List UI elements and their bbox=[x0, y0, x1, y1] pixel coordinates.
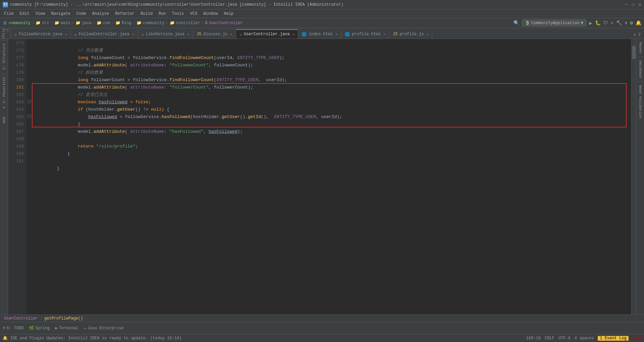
coverage-button[interactable]: 🛡 bbox=[603, 20, 608, 26]
menu-run[interactable]: Run bbox=[156, 11, 169, 17]
breadcrumb-com[interactable]: com bbox=[103, 21, 110, 25]
minimize-button[interactable]: — bbox=[625, 2, 628, 7]
menu-build[interactable]: Build bbox=[138, 11, 155, 17]
menu-analyze[interactable]: Analyze bbox=[90, 11, 112, 17]
code-line-175[interactable]: // 关注数量 bbox=[36, 40, 631, 47]
app-icon: IJ bbox=[3, 2, 8, 7]
menu-tools[interactable]: Tools bbox=[169, 11, 187, 17]
code-line-182[interactable]: boolean hasFollowed = false; bbox=[36, 91, 631, 99]
code-line-189[interactable]: } bbox=[36, 143, 631, 150]
code-line-184[interactable]: hasFollowed = followService.hasFollowed(… bbox=[36, 106, 631, 113]
project-panel-tab[interactable]: 1: Project bbox=[0, 28, 11, 39]
encoding[interactable]: UTF-8 bbox=[558, 336, 571, 341]
event-log-badge[interactable]: 1 Event Log bbox=[598, 336, 628, 341]
java-enterprise-icon: ☕ bbox=[84, 326, 86, 331]
tab-profile-html[interactable]: 🌐 profile.html ✕ bbox=[341, 29, 389, 39]
breadcrumb-src[interactable]: src bbox=[42, 21, 49, 25]
menu-view[interactable]: View bbox=[33, 11, 48, 17]
code-line-186[interactable]: model.addAttribute( attributeName: "hasF… bbox=[36, 121, 631, 128]
breadcrumb-main[interactable]: main bbox=[61, 21, 70, 25]
window-controls[interactable]: — ☐ ✕ bbox=[625, 2, 641, 7]
search-everywhere-icon[interactable]: 🔍 bbox=[514, 20, 519, 26]
breadcrumb-java[interactable]: java bbox=[82, 21, 92, 25]
maven-panel-tab[interactable]: Maven bbox=[638, 39, 643, 57]
todo-label: 6: TODO bbox=[7, 326, 23, 331]
vcs-icon[interactable]: ⬆ bbox=[625, 20, 627, 26]
favorites-panel-tab[interactable]: ★ 2: Favorites bbox=[1, 74, 7, 113]
run-config-dropdown[interactable]: 🍃 CommunityApplication ▼ bbox=[522, 19, 586, 26]
code-line-179[interactable]: long followerCount = followService.findF… bbox=[36, 69, 631, 76]
code-line-178[interactable]: // 粉丝数量 bbox=[36, 62, 631, 69]
tab-close-icon[interactable]: ✕ bbox=[292, 32, 295, 37]
tab-close-icon[interactable]: ✕ bbox=[427, 32, 429, 37]
settings-icon[interactable]: ⚙ bbox=[630, 20, 633, 26]
breadcrumb-ring[interactable]: Ring bbox=[122, 21, 131, 25]
indent[interactable]: 4 spaces bbox=[575, 336, 594, 341]
menu-navigate[interactable]: Navigate bbox=[48, 11, 73, 17]
line-num-178: 178 bbox=[8, 62, 24, 69]
code-line-176[interactable]: long followeeCount = followService.findF… bbox=[36, 47, 631, 54]
bean-validation-panel-tab[interactable]: Bean Validation bbox=[638, 82, 643, 122]
code-line-188[interactable]: return "/site/profile"; bbox=[36, 135, 631, 143]
profile-button[interactable]: ⚡ bbox=[611, 20, 613, 26]
menu-code[interactable]: Code bbox=[74, 11, 89, 17]
menu-edit[interactable]: Edit bbox=[17, 11, 32, 17]
build-button[interactable]: 🔨 bbox=[616, 20, 622, 26]
breadcrumb-project[interactable]: community bbox=[9, 21, 31, 25]
run-button[interactable]: ▶ bbox=[589, 20, 592, 26]
menu-refactor[interactable]: Refactor bbox=[112, 11, 137, 17]
code-line-183[interactable]: if (hostHolder.getUser() != null) { bbox=[36, 99, 631, 106]
database-panel-tab[interactable]: Database bbox=[638, 57, 643, 82]
tab-close-icon[interactable]: ✕ bbox=[65, 32, 67, 37]
web-panel-tab[interactable]: Web bbox=[1, 114, 7, 126]
fold-icon-185[interactable]: - bbox=[28, 115, 31, 118]
breadcrumb-controller[interactable]: controller bbox=[176, 21, 200, 25]
code-content[interactable]: // 关注数量 long followeeCount = followServi… bbox=[32, 39, 631, 315]
java-icon: ☕ bbox=[14, 32, 17, 37]
structure-panel-tab[interactable]: 2: Structure bbox=[1, 40, 7, 72]
editor-breadcrumb-method[interactable]: getProfilePage() bbox=[44, 316, 83, 321]
cursor-position[interactable]: 169:10 bbox=[526, 336, 541, 341]
tab-discuss-js[interactable]: JS discuss.js ✕ bbox=[193, 29, 236, 39]
breadcrumb-community[interactable]: community bbox=[143, 21, 165, 25]
java-enterprise-tool[interactable]: ☕ Java Enterprise bbox=[84, 326, 123, 331]
menu-vcs[interactable]: VCS bbox=[187, 11, 200, 17]
line-ending[interactable]: CRLF bbox=[545, 336, 554, 341]
close-button[interactable]: ✕ bbox=[639, 2, 641, 7]
scrollbar-track[interactable] bbox=[631, 39, 636, 315]
code-line-180[interactable]: model.addAttribute( attributeName: "foll… bbox=[36, 76, 631, 84]
code-line-181[interactable]: // 是否已关注 bbox=[36, 84, 631, 91]
tab-close-icon[interactable]: ✕ bbox=[230, 32, 232, 37]
todo-tool[interactable]: ≡ 6: TODO bbox=[3, 326, 23, 331]
terminal-tool[interactable]: ▶ Terminal bbox=[55, 326, 78, 331]
maximize-button[interactable]: ☐ bbox=[632, 2, 634, 7]
spring-tool[interactable]: 🌿 Spring bbox=[29, 326, 50, 331]
code-line-190[interactable] bbox=[36, 150, 631, 158]
tab-like-service[interactable]: ☕ LikeService.java ✕ bbox=[138, 29, 193, 39]
menu-window[interactable]: Window bbox=[201, 11, 220, 17]
more-tabs[interactable]: ≡ 2 bbox=[630, 31, 644, 39]
todo-icon: ≡ bbox=[3, 326, 5, 331]
tab-close-icon[interactable]: ✕ bbox=[132, 32, 135, 37]
code-line-191[interactable]: } bbox=[36, 158, 631, 165]
window-title: community [F:\community] - ...\src\main\… bbox=[10, 2, 625, 7]
tab-close-icon[interactable]: ✕ bbox=[187, 32, 190, 37]
fold-icon-183[interactable]: - bbox=[28, 100, 31, 103]
debug-button[interactable]: 🐛 bbox=[595, 20, 601, 26]
code-line-185[interactable]: } bbox=[36, 113, 631, 121]
breadcrumb-class[interactable]: UserController bbox=[209, 21, 243, 25]
scrollbar-thumb[interactable] bbox=[632, 46, 636, 59]
menu-file[interactable]: File bbox=[1, 11, 16, 17]
tab-follow-controller[interactable]: ☕ FollowController.java ✕ bbox=[71, 29, 138, 39]
tab-profile-js[interactable]: JS profile.js ✕ bbox=[389, 29, 432, 39]
code-line-187[interactable] bbox=[36, 128, 631, 135]
menu-help[interactable]: Help bbox=[221, 11, 236, 17]
editor-breadcrumb-class[interactable]: UserController bbox=[4, 316, 38, 321]
tab-close-icon[interactable]: ✕ bbox=[335, 32, 338, 37]
tab-follow-service[interactable]: ☕ FollowService.java ✕ bbox=[11, 29, 71, 39]
tab-close-icon[interactable]: ✕ bbox=[383, 32, 386, 37]
tab-user-controller[interactable]: ☕ UserController.java ✕ bbox=[236, 29, 299, 39]
code-line-177[interactable]: model.addAttribute( attributeName: "foll… bbox=[36, 54, 631, 62]
tab-index-html[interactable]: 🌐 index.html ✕ bbox=[298, 29, 341, 39]
notifications-icon[interactable]: 🔔 bbox=[636, 20, 641, 26]
